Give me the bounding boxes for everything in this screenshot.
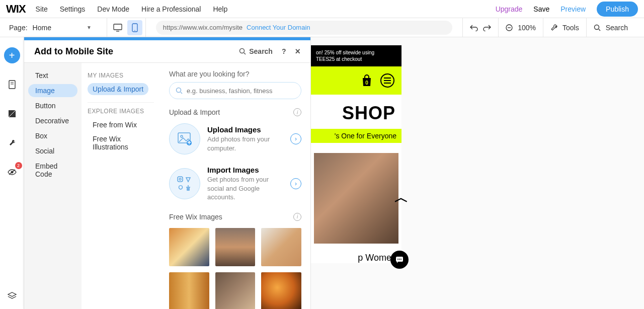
sub-head-myimages: MY IMAGES	[88, 72, 154, 79]
svg-rect-21	[178, 177, 183, 182]
info-icon[interactable]: i	[293, 108, 301, 116]
svg-point-16	[177, 88, 181, 93]
zoom-out-icon	[506, 24, 513, 31]
add-element-button[interactable]: +	[4, 47, 20, 63]
panel-search-button[interactable]: Search	[239, 47, 273, 55]
upload-section-title: Upload & Import	[169, 108, 220, 116]
upload-text: Upload Images Add photos from your compu…	[207, 125, 283, 152]
svg-point-6	[594, 25, 599, 29]
svg-line-17	[181, 92, 182, 94]
upload-go-button[interactable]: ›	[290, 133, 301, 144]
desktop-view-button[interactable]	[110, 20, 125, 35]
design-button[interactable]	[4, 106, 20, 122]
image-thumbnail-grid	[169, 228, 301, 309]
upload-title: Upload Images	[207, 125, 283, 134]
scroll-top-button[interactable]: ︿	[394, 188, 409, 207]
cart-icon[interactable]: 0	[360, 74, 373, 87]
tools-group[interactable]: Tools	[543, 18, 586, 37]
import-go-button[interactable]: ›	[290, 178, 301, 189]
pages-button[interactable]	[4, 76, 20, 93]
undo-redo-group	[462, 18, 498, 37]
cart-count: 0	[365, 80, 368, 86]
banner-line1: on! 25% off sitewide using	[316, 50, 374, 55]
upload-images-card[interactable]: Upload Images Add photos from your compu…	[169, 123, 301, 154]
search-label: Search	[606, 24, 628, 32]
menu-site[interactable]: Site	[36, 5, 48, 13]
top-menu: Site Settings Dev Mode Hire a Profession…	[36, 5, 228, 13]
import-title: Import Images	[207, 166, 283, 174]
connect-domain-link[interactable]: Connect Your Domain	[247, 24, 310, 31]
search-prompt: What are you looking for?	[169, 70, 301, 78]
search-icon	[176, 87, 183, 94]
cat-embed[interactable]: Embed Code	[28, 160, 77, 181]
sub-divider	[88, 102, 154, 103]
toolbar-right: 100% Tools Search	[462, 18, 635, 37]
notification-badge: 2	[15, 162, 22, 169]
search-icon	[239, 48, 246, 55]
wrench-icon	[550, 24, 557, 31]
top-menu-bar: WIX Site Settings Dev Mode Hire a Profes…	[0, 0, 644, 18]
image-thumb[interactable]	[169, 228, 209, 266]
save-button[interactable]: Save	[533, 5, 549, 13]
image-search-input[interactable]	[187, 87, 295, 95]
undo-button[interactable]	[470, 24, 478, 31]
page-label: Page:	[9, 24, 28, 32]
mobile-view-button[interactable]	[127, 20, 142, 35]
upgrade-link[interactable]: Upgrade	[496, 5, 523, 13]
menu-help[interactable]: Help	[213, 5, 227, 13]
panel-help-button[interactable]: ?	[282, 47, 286, 55]
menu-devmode[interactable]: Dev Mode	[97, 5, 129, 13]
sub-illustrations[interactable]: Free Wix Illustrations	[88, 133, 154, 153]
info-icon[interactable]: i	[293, 213, 301, 221]
publish-button[interactable]: Publish	[597, 2, 638, 17]
image-thumb[interactable]	[169, 272, 209, 309]
cat-text[interactable]: Text	[28, 69, 77, 82]
upload-section-header: Upload & Import i	[169, 108, 301, 116]
import-images-card[interactable]: Import Images Get photos from your socia…	[169, 166, 301, 202]
panel-close-button[interactable]: ×	[295, 46, 300, 57]
product-image[interactable]: ︿	[314, 153, 398, 244]
cat-button[interactable]: Button	[28, 99, 77, 112]
mobile-header: 0	[311, 66, 401, 95]
panel-search-label: Search	[249, 47, 273, 55]
redo-button[interactable]	[483, 24, 491, 31]
tagline-strip: 's One for Everyone	[311, 129, 401, 143]
top-right-actions: Upgrade Save Preview Publish	[496, 2, 638, 17]
zoom-group[interactable]: 100%	[498, 18, 543, 37]
svg-point-25	[399, 259, 400, 260]
left-tool-rail: + 2	[0, 37, 24, 309]
image-thumb[interactable]	[261, 272, 301, 309]
url-bar[interactable]: https://www.wix.com/mysite Connect Your …	[156, 21, 452, 35]
cat-decorative[interactable]: Decorative	[28, 114, 77, 127]
page-selector[interactable]: Home ▼	[33, 24, 92, 32]
category-list: Text Image Button Decorative Box Social …	[24, 63, 82, 309]
menu-hire[interactable]: Hire a Professional	[141, 5, 201, 13]
sub-upload-import[interactable]: Upload & Import	[88, 83, 148, 95]
wix-logo: WIX	[6, 3, 26, 16]
import-text: Import Images Get photos from your socia…	[207, 166, 283, 202]
editor-canvas[interactable]: on! 25% off sitewide using TEES25 at che…	[311, 37, 644, 309]
layers-button[interactable]	[4, 288, 20, 304]
cat-box[interactable]: Box	[28, 129, 77, 142]
banner-line2: TEES25 at checkout	[316, 56, 362, 62]
menu-settings[interactable]: Settings	[60, 5, 86, 13]
mobile-menu-button[interactable]	[380, 73, 394, 88]
preview-button[interactable]: Preview	[560, 5, 586, 13]
image-thumb[interactable]	[215, 272, 256, 309]
search-group[interactable]: Search	[586, 18, 635, 37]
svg-point-3	[134, 30, 135, 31]
category-heading: p Women	[311, 244, 401, 263]
image-thumb[interactable]	[215, 228, 256, 266]
add-panel: Add to Mobile Site Search ? × Text Image…	[24, 37, 311, 309]
cat-image[interactable]: Image	[28, 84, 77, 97]
hidden-elements-button[interactable]: 2	[4, 164, 20, 180]
settings-tool-button[interactable]	[4, 135, 20, 151]
chevron-down-icon: ▼	[87, 25, 92, 30]
image-thumb[interactable]	[261, 228, 301, 266]
image-search-box[interactable]	[169, 82, 301, 99]
panel-body: Text Image Button Decorative Box Social …	[24, 62, 310, 309]
svg-point-24	[397, 259, 398, 260]
chat-button[interactable]	[390, 251, 409, 269]
sub-free-wix[interactable]: Free from Wix	[88, 119, 142, 131]
cat-social[interactable]: Social	[28, 144, 77, 158]
